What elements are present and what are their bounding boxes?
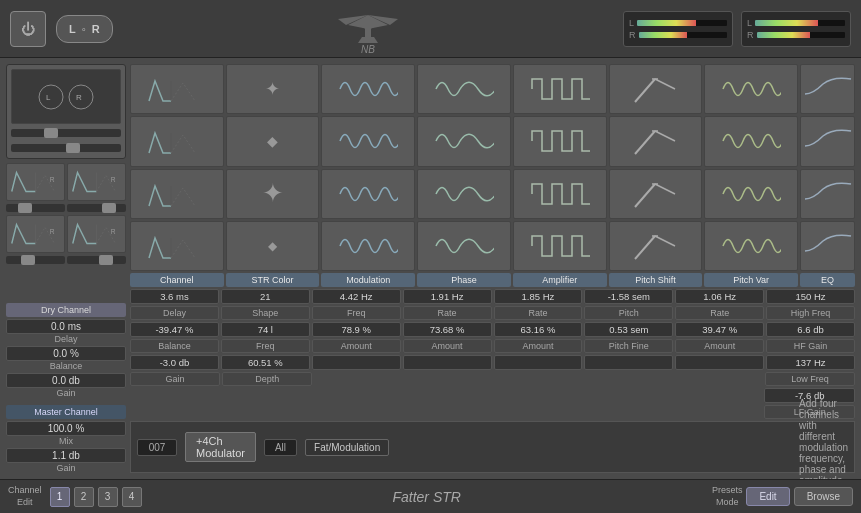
phase-svg-4 (434, 231, 494, 261)
dry-channel-header: Dry Channel (6, 303, 126, 317)
master-gain-value[interactable]: 1.1 db (6, 448, 126, 463)
eq-high-freq-val[interactable]: 150 Hz (766, 289, 855, 304)
meter-group: L R L (623, 11, 851, 47)
amplifier-label: Amplifier (513, 273, 607, 287)
pitch-pitch-label: Pitch (584, 306, 673, 320)
left-meter: L R (623, 11, 733, 47)
mod-wave-svg-4 (338, 231, 398, 261)
pitch-svg-3 (625, 179, 685, 209)
mod-wave-3 (321, 169, 415, 219)
svg-line-29 (635, 184, 655, 207)
eq-svg-1 (803, 74, 853, 104)
master-channel-header: Master Channel (6, 405, 126, 419)
amp-rate-val[interactable]: 1.85 Hz (494, 289, 583, 304)
svg-text:L: L (46, 93, 51, 102)
env-display-3: R (6, 215, 65, 253)
lr-slider1[interactable] (11, 129, 121, 137)
mod-amount-val[interactable]: 78.9 % (312, 322, 401, 337)
balance-value[interactable]: 0.0 % (6, 346, 126, 361)
mod-wave-svg-1 (338, 74, 398, 104)
phase-amount-label: Amount (403, 339, 492, 353)
presets-mode-label: PresetsMode (712, 485, 743, 508)
delay-label: Delay (6, 334, 126, 344)
lr-selector[interactable]: L ◦ R (56, 15, 113, 43)
values-row-3: -39.47 % 74 l 78.9 % 73.68 % 63.16 % 0.5… (130, 322, 855, 337)
values-row-5: -7.6 db (130, 388, 855, 403)
env-slider1[interactable] (6, 204, 65, 212)
gain-value[interactable]: 0.0 db (6, 373, 126, 388)
channel-2-btn[interactable]: 2 (74, 487, 94, 507)
logo-svg: NB (318, 5, 418, 53)
pitchvar-wave-1 (704, 64, 798, 114)
amp-amount-label: Amount (494, 339, 583, 353)
mod-freq-val[interactable]: 4.42 Hz (312, 289, 401, 304)
browse-button[interactable]: Browse (794, 487, 853, 506)
pitch-svg-1 (625, 74, 685, 104)
str-shape-val[interactable]: 21 (221, 289, 310, 304)
phase-wave-1 (417, 64, 511, 114)
env-svg-3: R (7, 219, 64, 249)
env-slider4[interactable] (67, 256, 126, 264)
amp-svg-2 (530, 126, 590, 156)
env-slider3[interactable] (6, 256, 65, 264)
meter-l-bar (637, 20, 695, 26)
amp-amount-val[interactable]: 63.16 % (494, 322, 583, 337)
svg-text:R: R (111, 176, 116, 183)
preset-channel: All (264, 439, 297, 456)
amp-wave-4 (513, 221, 607, 271)
delay-value[interactable]: 0.0 ms (6, 319, 126, 334)
eq-svg-2 (803, 126, 853, 156)
col-channel (130, 64, 224, 271)
env-slider3-thumb (21, 255, 35, 265)
eq-low-freq-val[interactable]: 137 Hz (766, 355, 855, 370)
eq-display-1 (800, 64, 855, 114)
pitch-pitch-val[interactable]: -1.58 sem (584, 289, 673, 304)
pitch-display-2 (609, 116, 703, 166)
power-button[interactable]: ⏻ (10, 11, 46, 47)
meter-l-bar-container (637, 20, 727, 26)
svg-text:NB: NB (361, 44, 375, 53)
info-row: 007 +4Ch Modulator All Fat/Modulation Ad… (130, 421, 855, 473)
edit-button[interactable]: Edit (746, 487, 789, 506)
svg-text:R: R (111, 228, 116, 235)
channel-gain-val[interactable]: -3.0 db (130, 355, 219, 370)
lr-slider2[interactable] (11, 144, 121, 152)
eq-hf-gain-val[interactable]: 6.6 db (766, 322, 855, 337)
fat-modulation: Fat/Modulation (305, 439, 389, 456)
svg-text:R: R (50, 228, 55, 235)
channel-edit-label: ChannelEdit (8, 485, 42, 508)
meter2-l-label: L (747, 18, 752, 28)
svg-marker-5 (358, 37, 378, 43)
amp-wave-3 (513, 169, 607, 219)
amp-rate-label: Rate (494, 306, 583, 320)
meter2-l-bar (755, 20, 818, 26)
amp-svg-3 (530, 179, 590, 209)
phase-rate-val[interactable]: 1.91 Hz (403, 289, 492, 304)
eq-display-2 (800, 116, 855, 166)
channel-balance-val[interactable]: -39.47 % (130, 322, 219, 337)
str-depth-val[interactable]: 60.51 % (221, 355, 310, 370)
diamond-small-icon: ◆ (268, 239, 277, 253)
env-slider4-thumb (99, 255, 113, 265)
mod-wave-2 (321, 116, 415, 166)
channel-balance-label: Balance (130, 339, 219, 353)
pitchvar-amount-val[interactable]: 39.47 % (675, 322, 764, 337)
channel-edit-area: ChannelEdit (8, 485, 42, 508)
l-label: L (69, 23, 76, 35)
power-icon: ⏻ (21, 21, 35, 37)
phase-amount-val[interactable]: 73.68 % (403, 322, 492, 337)
pitch-fine-val[interactable]: 0.53 sem (584, 322, 673, 337)
eq-high-freq-label: High Freq (766, 306, 855, 320)
pitchvar-rate-val[interactable]: 1.06 Hz (675, 289, 764, 304)
env-slider2[interactable] (67, 204, 126, 212)
channel-delay-val[interactable]: 3.6 ms (130, 289, 219, 304)
meter2-r-row: R (747, 30, 845, 40)
channel-1-btn[interactable]: 1 (50, 487, 70, 507)
str-shape-label: Shape (221, 306, 310, 320)
env-svg-4: R (68, 219, 125, 249)
str-freq-val[interactable]: 74 l (221, 322, 310, 337)
channel-3-btn[interactable]: 3 (98, 487, 118, 507)
pitchvar-svg-2 (721, 126, 781, 156)
mix-value[interactable]: 100.0 % (6, 421, 126, 436)
channel-4-btn[interactable]: 4 (122, 487, 142, 507)
